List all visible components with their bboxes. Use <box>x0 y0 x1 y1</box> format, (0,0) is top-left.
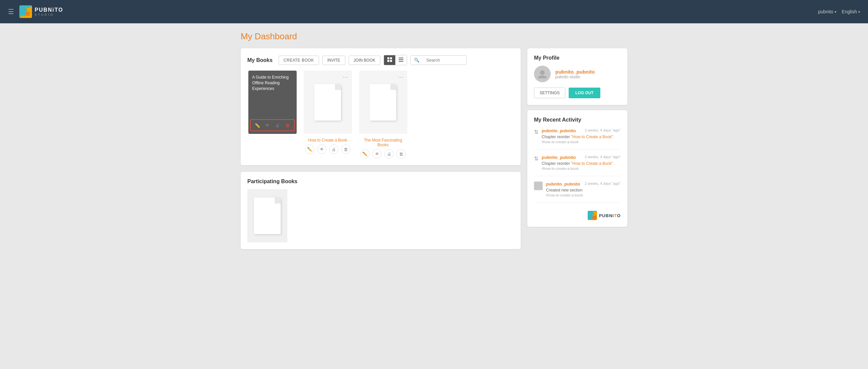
activity-user[interactable]: pubnito_pubnito <box>542 155 576 160</box>
print-icon[interactable]: 🖨 <box>273 121 281 129</box>
profile-studio: pubnito studio <box>555 75 595 79</box>
search-icon-button[interactable]: 🔍 <box>411 56 423 65</box>
book-page-shape <box>314 84 341 121</box>
participating-books-card: Participating Books <box>241 172 521 249</box>
activity-user[interactable]: pubnito_pubnito <box>546 181 580 187</box>
watermark-text: PUBNiTO <box>599 213 621 218</box>
delete-icon[interactable]: 🗑 <box>396 149 406 159</box>
profile-actions: SETTINGS LOG OUT <box>534 88 621 98</box>
activity-card: My Recent Activity ⇅ pubnito_pubnito 2 w… <box>527 110 627 227</box>
book-dots[interactable]: ⋯ <box>398 74 404 80</box>
svg-rect-3 <box>388 57 389 59</box>
menu-icon[interactable]: ☰ <box>8 8 14 15</box>
book-item: ⋯ How to Create a Book ✏️ 👁 🖨 🗑 <box>303 71 353 159</box>
book-cover-dark[interactable]: A Guide to Enriching Offline Reading Exp… <box>248 71 297 134</box>
svg-point-10 <box>540 70 545 75</box>
activity-content: pubnito_pubnito 2 weeks, 4 days "ago" Cr… <box>546 181 621 197</box>
print-icon[interactable]: 🖨 <box>329 144 338 154</box>
logo-icon <box>19 5 32 18</box>
right-panel: My Profile pubnito_pubnito pubnito studi… <box>527 48 627 256</box>
search-input[interactable] <box>423 56 466 65</box>
activity-content: pubnito_pubnito 2 weeks, 4 days "ago" Ch… <box>542 155 621 170</box>
main-wrapper: My Dashboard My Books CREATE BOOK INVITE… <box>234 23 634 264</box>
activity-item: ⇅ pubnito_pubnito 2 weeks, 4 days "ago" … <box>534 155 621 176</box>
edit-icon[interactable]: ✏️ <box>360 149 370 159</box>
list-view-button[interactable] <box>395 55 407 65</box>
svg-marker-1 <box>26 8 30 12</box>
book-name[interactable]: How to Create a Book <box>308 138 347 142</box>
book-cover-white[interactable]: ⋯ <box>304 71 352 134</box>
svg-marker-12 <box>592 211 596 215</box>
activity-user[interactable]: pubnito_pubnito <box>542 128 576 133</box>
activity-desc-text: Chapter reorder <box>542 135 571 139</box>
invite-button[interactable]: INVITE <box>322 56 345 65</box>
book-item: ⋯ The Most Fascinating Books ✏️ 👁 🖨 🗑 <box>358 71 408 159</box>
print-icon[interactable]: 🖨 <box>384 149 394 159</box>
lang-dropdown-icon: ▾ <box>858 10 860 14</box>
book-page-shape <box>370 84 396 121</box>
view-icon[interactable]: 👁 <box>264 121 271 129</box>
profile-username[interactable]: pubnito_pubnito <box>555 69 595 75</box>
view-icon[interactable]: 👁 <box>372 149 382 159</box>
book-action-icons: ✏️ 👁 🖨 🗑 <box>360 149 406 159</box>
delete-icon[interactable]: 🗑 <box>283 121 291 129</box>
navbar-left: ☰ PUBNiTO STUDIO <box>8 5 63 18</box>
activity-header: pubnito_pubnito 2 weeks, 4 days "ago" <box>546 181 621 187</box>
activity-reorder-icon: ⇅ <box>534 156 538 170</box>
book-cover-white[interactable]: ⋯ <box>359 71 407 134</box>
nav-language[interactable]: English ▾ <box>842 9 860 14</box>
participating-books-title: Participating Books <box>247 178 514 184</box>
activity-link[interactable]: "How to Create a Book". <box>571 161 614 166</box>
settings-button[interactable]: SETTINGS <box>534 88 565 98</box>
svg-rect-2 <box>26 12 30 15</box>
edit-icon[interactable]: ✏️ <box>305 144 314 154</box>
activity-section-icon <box>534 181 542 190</box>
grid-view-button[interactable] <box>384 55 395 65</box>
logo-title: PUBNiTO <box>35 7 63 13</box>
book-name[interactable]: The Most Fascinating Books <box>358 138 408 147</box>
nav-user[interactable]: pubnito ▾ <box>818 9 836 14</box>
logo-text-block: PUBNiTO STUDIO <box>35 7 63 16</box>
edit-icon[interactable]: ✏️ <box>253 121 261 129</box>
book-cover-title: A Guide to Enriching Offline Reading Exp… <box>252 75 293 91</box>
user-label: pubnito <box>818 9 833 14</box>
svg-rect-9 <box>399 61 403 62</box>
create-book-button[interactable]: CREATE BOOK <box>279 56 319 65</box>
view-toggles: Show in a list <box>384 55 407 65</box>
activity-desc: Created new section <box>546 187 621 193</box>
book-actions-overlay: ✏️ 👁 🖨 🗑 <box>250 119 294 131</box>
view-icon[interactable]: 👁 <box>317 144 326 154</box>
activity-desc-text: Created new section <box>546 188 582 193</box>
watermark: PUBNiTO <box>534 208 621 220</box>
activity-tag: #how-to-create-a-book <box>546 193 621 197</box>
list-view-tooltip-wrap: Show in a list <box>395 55 407 65</box>
activity-desc: Chapter reorder "How to Create a Book". <box>542 134 621 140</box>
activity-item: pubnito_pubnito 2 weeks, 4 days "ago" Cr… <box>534 181 621 203</box>
activity-tag: #how-to-create-a-book <box>542 140 621 144</box>
activity-time: 2 weeks, 4 days "ago" <box>585 155 621 159</box>
activity-link[interactable]: "How to Create a Book". <box>571 135 614 139</box>
svg-rect-7 <box>399 58 403 58</box>
activity-header: pubnito_pubnito 2 weeks, 4 days "ago" <box>542 128 621 133</box>
profile-header: pubnito_pubnito pubnito studio <box>534 66 621 82</box>
book-dots[interactable]: ⋯ <box>343 74 349 80</box>
activity-desc: Chapter reorder "How to Create a Book". <box>542 161 621 167</box>
language-label: English <box>842 9 857 14</box>
activity-header: pubnito_pubnito 2 weeks, 4 days "ago" <box>542 155 621 160</box>
participating-book-cover[interactable] <box>247 189 287 242</box>
profile-title: My Profile <box>534 55 621 61</box>
profile-info: pubnito_pubnito pubnito studio <box>555 69 595 79</box>
activity-desc-text: Chapter reorder <box>542 161 571 166</box>
content-layout: My Books CREATE BOOK INVITE JOIN BOOK Sh… <box>241 48 627 256</box>
logout-button[interactable]: LOG OUT <box>569 88 600 98</box>
watermark-icon <box>588 211 597 220</box>
delete-icon[interactable]: 🗑 <box>341 144 350 154</box>
book-action-icons: ✏️ 👁 🖨 🗑 <box>305 144 350 154</box>
book-item: A Guide to Enriching Offline Reading Exp… <box>247 71 297 159</box>
join-book-button[interactable]: JOIN BOOK <box>349 56 380 65</box>
navbar-right: pubnito ▾ English ▾ <box>818 9 860 14</box>
logo: PUBNiTO STUDIO <box>19 5 63 18</box>
user-dropdown-icon: ▾ <box>835 10 836 14</box>
activity-time: 2 weeks, 4 days "ago" <box>585 181 621 186</box>
avatar <box>534 66 551 82</box>
